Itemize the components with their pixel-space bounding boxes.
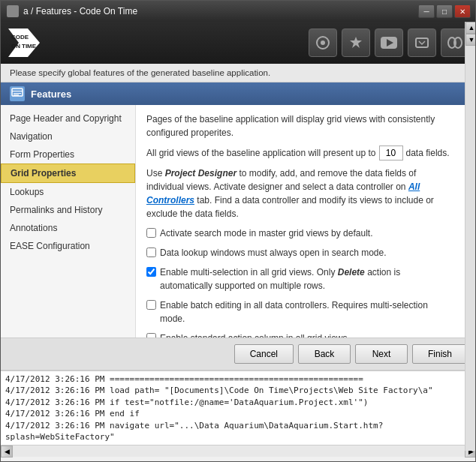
svg-text:CODE: CODE: [11, 34, 29, 40]
log-area: 4/17/2012 3:26:16 PM ===================…: [1, 370, 476, 445]
sidebar-item-ease[interactable]: EASE Configuration: [1, 237, 135, 255]
sub-header: Please specify global features of the ge…: [1, 64, 476, 82]
hscroll-left-btn[interactable]: ◀: [1, 446, 13, 458]
panel-header: Features: [1, 82, 476, 105]
header-icons: [309, 28, 469, 57]
checkbox-lookup-search-label: Data lookup windows must always open in …: [160, 246, 387, 260]
window-scroll-down[interactable]: ▼: [465, 34, 476, 46]
maximize-button[interactable]: □: [436, 4, 453, 18]
right-panel: Pages of the baseline application will d…: [136, 105, 465, 338]
checkbox-lookup-search[interactable]: [146, 248, 156, 257]
para3: Use Project Designer to modify, add, and…: [146, 166, 454, 220]
header-btn-4[interactable]: [408, 28, 436, 57]
minimize-button[interactable]: ─: [418, 4, 435, 18]
sidebar: Page Header and Copyright Navigation For…: [1, 105, 136, 338]
checkbox-action-column-label: Enable standard action column in all gri…: [160, 332, 350, 338]
sidebar-item-grid-properties[interactable]: Grid Properties: [1, 164, 135, 183]
svg-text:TIME: TIME: [22, 43, 37, 50]
logo-icon: CODE ON TIME: [8, 28, 40, 57]
header-btn-1[interactable]: [309, 28, 337, 57]
window-scroll-up[interactable]: ▲: [465, 22, 476, 34]
header-btn-2[interactable]: [342, 28, 370, 57]
sidebar-item-navigation[interactable]: Navigation: [1, 128, 135, 146]
checkbox-search-mode-label: Activate search mode in master grid view…: [160, 226, 372, 240]
checkbox-multiselect-label: Enable multi-selection in all grid views…: [160, 266, 454, 292]
cancel-button[interactable]: Cancel: [234, 344, 294, 364]
data-fields-row: All grid views of the baseline applicati…: [146, 146, 454, 160]
para1: Pages of the baseline application will d…: [146, 112, 454, 140]
grid-rows-input[interactable]: [379, 146, 403, 160]
sub-header-text: Please specify global features of the ge…: [10, 68, 270, 77]
app-header: CODE ON TIME: [1, 22, 476, 64]
window-scrollbar[interactable]: ▲ ▼: [465, 22, 476, 451]
checkbox-row-4: Enable batch editing in all data control…: [146, 298, 454, 326]
sidebar-item-annotations[interactable]: Annotations: [1, 219, 135, 237]
para2-prefix: All grid views of the baseline applicati…: [146, 146, 376, 160]
window-controls: ─ □ ✕: [418, 4, 471, 18]
checkbox-search-mode[interactable]: [146, 228, 156, 238]
sidebar-item-page-header[interactable]: Page Header and Copyright: [1, 110, 135, 128]
checkbox-action-column[interactable]: [146, 333, 156, 338]
svg-rect-8: [416, 38, 428, 47]
bottom-scrollbar: ◀ ▶: [1, 445, 476, 457]
sidebar-item-form-properties[interactable]: Form Properties: [1, 146, 135, 164]
para2-suffix: data fields.: [406, 146, 450, 160]
checkbox-batch-editing[interactable]: [146, 300, 156, 310]
close-button[interactable]: ✕: [454, 4, 471, 18]
checkbox-row-3: Enable multi-selection in all grid views…: [146, 266, 454, 292]
log-line: 4/17/2012 3:26:16 PM if test="notfile:/@…: [5, 397, 472, 408]
log-line: 4/17/2012 3:26:16 PM ===================…: [5, 374, 472, 385]
hscroll-track: [13, 446, 465, 457]
panel-icon: [10, 86, 25, 101]
app-icon: [7, 5, 19, 17]
checkbox-multiselect[interactable]: [146, 267, 156, 277]
titlebar: a / Features - Code On Time ─ □ ✕: [1, 1, 476, 22]
svg-rect-13: [14, 93, 21, 94]
logo: CODE ON TIME: [8, 28, 40, 57]
main-content: Page Header and Copyright Navigation For…: [1, 105, 476, 338]
project-designer-link[interactable]: Project Designer: [165, 168, 236, 178]
svg-rect-12: [12, 91, 23, 92]
checkbox-batch-editing-label: Enable batch editing in all data control…: [160, 298, 454, 326]
checkbox-row-1: Activate search mode in master grid view…: [146, 226, 454, 240]
checkbox-row-5: Enable standard action column in all gri…: [146, 332, 454, 338]
svg-rect-14: [14, 94, 19, 95]
log-line: 4/17/2012 3:26:16 PM navigate url="...\D…: [5, 420, 472, 443]
log-line: 4/17/2012 3:26:16 PM load path= "[Docume…: [5, 385, 472, 396]
next-button[interactable]: Next: [355, 344, 408, 364]
finish-button[interactable]: Finish: [412, 344, 468, 364]
header-btn-youtube[interactable]: [375, 28, 403, 57]
para3-prefix: Use: [146, 168, 165, 178]
window-title: a / Features - Code On Time: [23, 6, 418, 16]
back-button[interactable]: Back: [298, 344, 351, 364]
panel-title: Features: [31, 88, 71, 100]
sidebar-item-lookups[interactable]: Lookups: [1, 183, 135, 201]
checkbox-row-2: Data lookup windows must always open in …: [146, 246, 454, 260]
log-line: 4/17/2012 3:26:16 PM end if: [5, 408, 472, 419]
sidebar-item-permalinks[interactable]: Permalinks and History: [1, 201, 135, 219]
svg-point-5: [321, 40, 325, 45]
svg-text:ON: ON: [11, 43, 20, 50]
button-row: Cancel Back Next Finish: [1, 338, 476, 370]
